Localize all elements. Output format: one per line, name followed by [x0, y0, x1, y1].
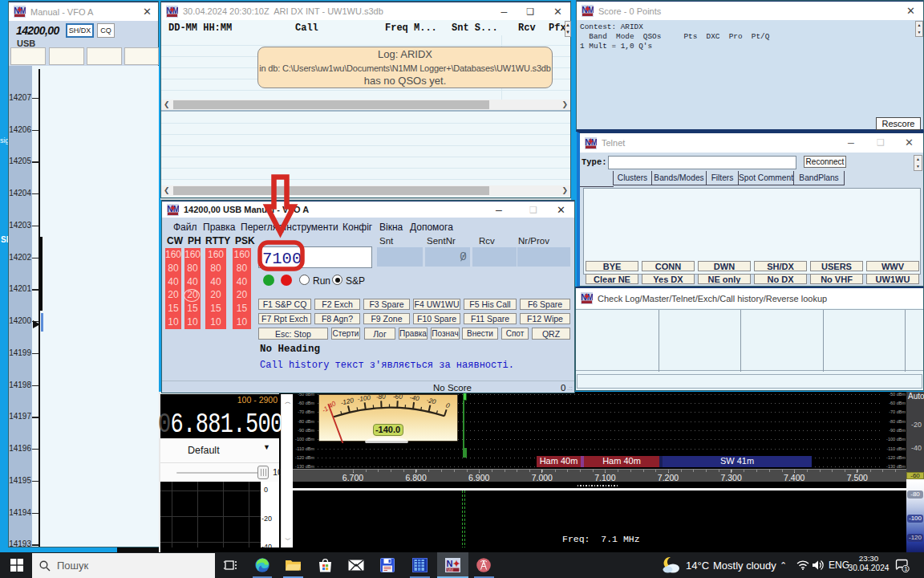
svg-text:N: N	[167, 204, 172, 213]
svg-text:M: M	[20, 6, 26, 15]
svg-text:N: N	[585, 137, 590, 146]
svg-text:-40: -40	[409, 395, 419, 402]
svg-text:-20: -20	[425, 397, 436, 406]
svg-text:M: M	[587, 293, 593, 302]
svg-text:MM: MM	[448, 568, 454, 572]
svg-text:M: M	[588, 6, 594, 14]
svg-text:-100: -100	[357, 395, 371, 403]
svg-text:-120: -120	[339, 397, 354, 407]
svg-text:1: 1	[905, 565, 908, 572]
svg-text:N: N	[581, 293, 586, 302]
svg-text:M: M	[591, 137, 597, 146]
svg-text:N✦M: N✦M	[447, 559, 461, 568]
svg-text:N: N	[166, 6, 172, 14]
svg-text:0: 0	[444, 401, 451, 409]
svg-text:M: M	[173, 204, 179, 213]
svg-text:-80: -80	[375, 395, 386, 401]
svg-text:M: M	[172, 6, 178, 14]
svg-text:N: N	[14, 6, 19, 15]
svg-text:-60: -60	[392, 395, 403, 401]
svg-text:N: N	[582, 6, 587, 14]
